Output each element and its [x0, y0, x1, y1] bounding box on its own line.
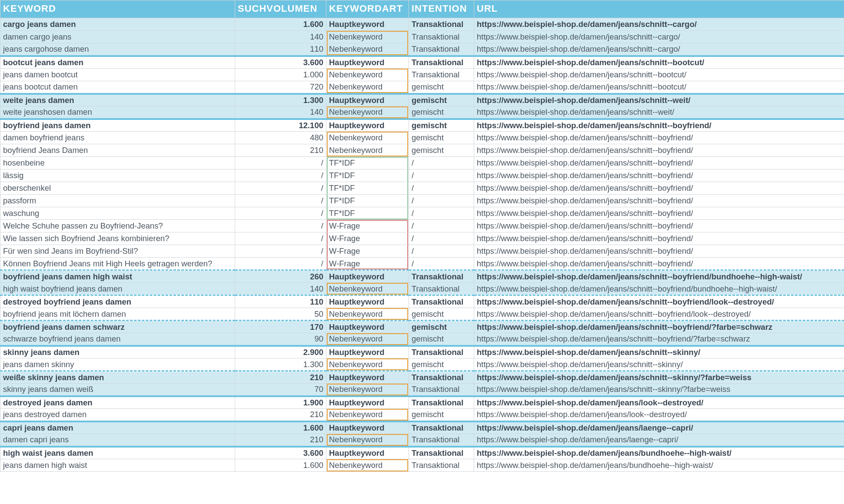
cell-keyword: weite jeanshosen damen — [0, 106, 235, 119]
table-row: boyfriend Jeans Damen210Nebenkeywordgemi… — [0, 144, 844, 157]
cell-keyword: passform — [0, 195, 235, 207]
cell-volume: / — [235, 169, 326, 182]
cell-url: https://www.beispiel-shop.de/damen/jeans… — [474, 384, 844, 396]
cell-intention: / — [409, 232, 474, 245]
cell-url: https://www.beispiel-shop.de/damen/jeans… — [474, 119, 844, 132]
col-header-intention: Intention — [409, 0, 474, 18]
cell-keyword: Welche Schuhe passen zu Boyfriend-Jeans? — [0, 220, 235, 232]
cell-keywordart: Nebenkeyword — [326, 409, 409, 421]
cell-volume: / — [235, 195, 326, 207]
keywordart-highlight-box — [327, 434, 408, 446]
cell-volume: 110 — [235, 295, 326, 308]
cell-keywordart: Nebenkeyword — [326, 69, 409, 81]
keywordart-highlight-box — [327, 132, 408, 144]
cell-intention: Transaktional — [409, 295, 474, 308]
cell-intention: gemischt — [409, 94, 474, 106]
keywordart-highlight-box — [327, 106, 408, 118]
cell-volume: 2.900 — [235, 346, 326, 358]
cell-url: https://www.beispiel-shop.de/damen/jeans… — [474, 270, 844, 283]
cell-keywordart: Hauptkeyword — [326, 270, 409, 283]
table-row: damen capri jeans210NebenkeywordTransakt… — [0, 434, 844, 447]
cell-intention: gemischt — [409, 81, 474, 94]
cell-intention: Transaktional — [409, 447, 474, 459]
cell-intention: / — [409, 195, 474, 207]
cell-url: https://www.beispiel-shop.de/damen/jeans… — [474, 220, 844, 232]
table-row: Für wen sind Jeans im Boyfriend-Stil?/W-… — [0, 245, 844, 258]
cell-volume: / — [235, 245, 326, 258]
keywordart-highlight-box — [327, 333, 408, 345]
cell-keyword: jeans damen high waist — [0, 459, 235, 472]
cell-url: https://www.beispiel-shop.de/damen/jeans… — [474, 31, 844, 43]
cell-keywordart: TF*IDF — [326, 182, 409, 195]
cell-intention: Transaktional — [409, 270, 474, 283]
cell-volume: 210 — [235, 434, 326, 447]
cell-keywordart: Nebenkeyword — [326, 106, 409, 119]
cell-volume: 210 — [235, 144, 326, 157]
cell-keywordart: TF*IDF — [326, 157, 409, 169]
table-row: high waist jeans damen3.600HauptkeywordT… — [0, 447, 844, 459]
table-row: weiße skinny jeans damen210HauptkeywordT… — [0, 371, 844, 384]
cell-url: https://www.beispiel-shop.de/damen/jeans… — [474, 157, 844, 169]
table-row: jeans destroyed damen210Nebenkeywordgemi… — [0, 409, 844, 421]
table-row: damen boyfriend jeans480Nebenkeywordgemi… — [0, 132, 844, 144]
keywordart-highlight-box — [327, 220, 408, 232]
cell-keywordart: Hauptkeyword — [326, 321, 409, 333]
cell-intention: gemischt — [409, 308, 474, 321]
table-header-row: Keyword Suchvolumen Keywordart Intention… — [0, 0, 844, 18]
cell-keywordart: Hauptkeyword — [326, 447, 409, 459]
cell-volume: 210 — [235, 371, 326, 384]
cell-keywordart: Hauptkeyword — [326, 119, 409, 132]
table-row: bootcut jeans damen3.600HauptkeywordTran… — [0, 56, 844, 69]
cell-url: https://www.beispiel-shop.de/damen/jeans… — [474, 81, 844, 94]
cell-volume: 1.600 — [235, 18, 326, 31]
cell-url: https://www.beispiel-shop.de/damen/jeans… — [474, 358, 844, 371]
cell-url: https://www.beispiel-shop.de/damen/jeans… — [474, 346, 844, 358]
cell-intention: / — [409, 182, 474, 195]
cell-intention: / — [409, 207, 474, 220]
table-row: boyfriend jeans damen12.100Hauptkeywordg… — [0, 119, 844, 132]
cell-url: https://www.beispiel-shop.de/damen/jeans… — [474, 245, 844, 258]
cell-url: https://www.beispiel-shop.de/damen/jeans… — [474, 333, 844, 346]
cell-keywordart: Nebenkeyword — [326, 434, 409, 447]
table-row: weite jeans damen1.300Hauptkeywordgemisc… — [0, 94, 844, 106]
cell-intention: / — [409, 169, 474, 182]
cell-keywordart: Nebenkeyword — [326, 333, 409, 346]
cell-keyword: bootcut jeans damen — [0, 56, 235, 69]
cell-intention: Transaktional — [409, 371, 474, 384]
cell-intention: Transaktional — [409, 69, 474, 81]
cell-keyword: waschung — [0, 207, 235, 220]
keywordart-highlight-box — [327, 245, 408, 257]
cell-keyword: capri jeans damen — [0, 421, 235, 434]
table-row: Können Boyfriend Jeans mit High Heels ge… — [0, 258, 844, 270]
cell-url: https://www.beispiel-shop.de/damen/jeans… — [474, 144, 844, 157]
cell-volume: 1.000 — [235, 69, 326, 81]
cell-keywordart: Hauptkeyword — [326, 94, 409, 106]
cell-intention: gemischt — [409, 358, 474, 371]
keywordart-highlight-box — [327, 144, 408, 156]
table-row: lässig/TF*IDF/https://www.beispiel-shop.… — [0, 169, 844, 182]
cell-keywordart: Hauptkeyword — [326, 18, 409, 31]
keywordart-highlight-box — [327, 308, 408, 320]
cell-url: https://www.beispiel-shop.de/damen/jeans… — [474, 207, 844, 220]
cell-intention: gemischt — [409, 119, 474, 132]
table-row: cargo jeans damen1.600HauptkeywordTransa… — [0, 18, 844, 31]
cell-keyword: skinny jeans damen weiß — [0, 384, 235, 396]
cell-keyword: Für wen sind Jeans im Boyfriend-Stil? — [0, 245, 235, 258]
cell-volume: 140 — [235, 106, 326, 119]
table-row: destroyed boyfriend jeans damen110Hauptk… — [0, 295, 844, 308]
keywordart-highlight-box — [327, 81, 408, 93]
cell-keyword: high waist boyfriend jeans damen — [0, 283, 235, 295]
cell-intention: Transaktional — [409, 421, 474, 434]
cell-url: https://www.beispiel-shop.de/damen/jeans… — [474, 396, 844, 409]
cell-intention: / — [409, 245, 474, 258]
cell-keywordart: TF*IDF — [326, 207, 409, 220]
cell-url: https://www.beispiel-shop.de/damen/jeans… — [474, 195, 844, 207]
cell-volume: / — [235, 220, 326, 232]
cell-keywordart: Nebenkeyword — [326, 358, 409, 371]
cell-keyword: Wie lassen sich Boyfriend Jeans kombinie… — [0, 232, 235, 245]
cell-volume: 3.600 — [235, 447, 326, 459]
cell-keyword: oberschenkel — [0, 182, 235, 195]
keywordart-highlight-box — [327, 195, 408, 207]
cell-keyword: damen boyfriend jeans — [0, 132, 235, 144]
cell-keywordart: TF*IDF — [326, 169, 409, 182]
